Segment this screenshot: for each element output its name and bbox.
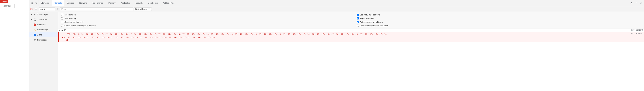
close-icon[interactable]: ✕: [639, 1, 642, 5]
group-similar-label[interactable]: Group similar messages in console: [64, 24, 96, 27]
user-icon: ◯: [34, 18, 36, 21]
log-xmlhttp-row: Log XMLHttpRequests: [356, 13, 641, 16]
autocomplete-label[interactable]: Autocomplete from history: [360, 21, 383, 23]
row-link-empty[interactable]: raf.html:46: [631, 29, 643, 31]
evaluate-triggers-checkbox[interactable]: [356, 24, 359, 27]
tab-console[interactable]: Console: [52, 0, 64, 6]
verbose-icon: ⚙: [34, 38, 36, 41]
hide-network-checkbox[interactable]: [61, 14, 64, 16]
info-icon: i: [34, 34, 36, 36]
autocomplete-checkbox[interactable]: [356, 21, 359, 23]
no-verbose-label: No verbose: [37, 39, 47, 41]
eager-eval-label[interactable]: Eager evaluation: [360, 17, 375, 20]
sidebar-info[interactable]: ► i 2 info: [29, 32, 58, 37]
inspect-icon[interactable]: ▦: [31, 2, 34, 4]
eager-eval-checkbox[interactable]: [356, 17, 359, 20]
filter-input[interactable]: [62, 8, 132, 10]
preserve-log-label[interactable]: Preserve log: [64, 17, 76, 20]
clear-icon[interactable]: 🚫: [30, 7, 34, 11]
tab-lighthouse[interactable]: Lighthouse: [145, 0, 160, 6]
row-text-empty: ▶ []: [62, 29, 631, 32]
log-xmlhttp-checkbox[interactable]: [356, 14, 359, 16]
tab-security[interactable]: Security: [133, 0, 145, 6]
settings-panel: Hide network Log XMLHttpRequests Preserv…: [58, 12, 644, 29]
hide-network-row: Hide network: [61, 13, 346, 16]
selected-context-checkbox[interactable]: [61, 21, 64, 23]
no-warnings-label: No warnings: [37, 28, 48, 31]
row-text-data: (99) [1, 4, 19, 16, 17, 16, 17, 17, 16, …: [62, 33, 631, 42]
user-messages-label: 2 user mes...: [37, 18, 49, 20]
context-selector[interactable]: top ▼: [38, 8, 55, 11]
filter-icon[interactable]: ☰: [34, 7, 38, 11]
sidebar-user-messages[interactable]: ► ◯ 2 user mes...: [29, 17, 58, 22]
sidebar-messages[interactable]: ► ≡ 2 messages: [29, 12, 58, 17]
expand-arrow-user: ►: [30, 18, 32, 20]
tab-performance[interactable]: Performance: [89, 0, 106, 6]
default-levels-dropdown[interactable]: Default levels ▼: [134, 8, 152, 11]
eager-eval-row: Eager evaluation: [356, 17, 641, 20]
expand-empty[interactable]: ►: [59, 29, 62, 31]
row-link-data[interactable]: raf.html:37: [631, 33, 643, 35]
expand-arrow: ►: [30, 14, 32, 15]
console-output: ► ▶ [] raf.html:46 (99) [1, 4, 19, 16, 1…: [58, 29, 644, 91]
console-toolbar: 🚫 ☰ top ▼ 👁 Default levels ▼: [29, 6, 644, 12]
context-label: top: [40, 8, 42, 10]
device-icon[interactable]: ◻: [34, 2, 37, 4]
selected-context-row: Selected context only: [61, 20, 346, 24]
sidebar-no-verbose[interactable]: ⚙ No verbose: [29, 37, 58, 42]
console-content: Hide network Log XMLHttpRequests Preserv…: [58, 12, 644, 91]
console-row-array-empty: ► ▶ [] raf.html:46: [58, 29, 644, 32]
tab-bar-right: ⚙ ⋮ ✕: [630, 1, 644, 5]
main-area: ► ≡ 2 messages ► ◯ 2 user mes... ✕ No er…: [29, 12, 644, 91]
log-xmlhttp-label[interactable]: Log XMLHttpRequests: [360, 14, 380, 16]
evaluate-triggers-row: Evaluate triggers user activation: [356, 24, 641, 27]
sidebar: ► ≡ 2 messages ► ◯ 2 user mes... ✕ No er…: [29, 12, 58, 91]
default-levels-arrow: ▼: [148, 8, 150, 10]
tab-application[interactable]: Application: [118, 0, 133, 6]
more-icon[interactable]: ⋮: [634, 1, 638, 5]
autocomplete-row: Autocomplete from history: [356, 20, 641, 24]
expand-arrow-info: ►: [30, 34, 32, 36]
settings-icon[interactable]: ⚙: [630, 1, 634, 5]
evaluate-triggers-label[interactable]: Evaluate triggers user activation: [360, 24, 388, 27]
hide-network-label[interactable]: Hide network: [64, 14, 76, 16]
preserve-log-row: Preserve log: [61, 17, 346, 20]
sidebar-no-errors[interactable]: ✕ No errors: [29, 22, 58, 27]
sidebar-no-warnings[interactable]: △ No warnings: [29, 27, 58, 32]
context-dropdown-icon: ▼: [43, 8, 45, 10]
selected-context-label[interactable]: Selected context only: [64, 21, 84, 23]
group-similar-row: Group similar messages in console: [61, 24, 346, 27]
tab-memory[interactable]: Memory: [106, 0, 118, 6]
messages-icon: ≡: [34, 13, 36, 16]
console-row-array-data: (99) [1, 4, 19, 16, 17, 16, 17, 17, 16, …: [58, 32, 644, 42]
percent-badge: 100%: [0, 0, 8, 3]
tab-bar-icons: ▦ ◻: [30, 0, 38, 6]
error-icon: ✕: [34, 23, 36, 26]
start-button[interactable]: 开始动画: [0, 4, 14, 8]
default-levels-label: Default levels: [135, 8, 147, 10]
info-label: 2 info: [37, 34, 42, 36]
tab-adblock[interactable]: Adblock Plus: [160, 0, 177, 6]
tab-sources[interactable]: Sources: [64, 0, 77, 6]
warn-icon: △: [34, 28, 36, 31]
tab-elements[interactable]: Elements: [38, 0, 52, 6]
messages-label: 2 messages: [37, 13, 48, 16]
no-errors-label: No errors: [37, 24, 46, 26]
tab-bar: ▦ ◻ Elements Console Sources Network Per…: [29, 0, 644, 6]
tab-network[interactable]: Network: [77, 0, 89, 6]
eye-icon[interactable]: 👁: [56, 7, 59, 11]
group-similar-checkbox[interactable]: [61, 24, 64, 27]
filter-input-wrapper[interactable]: [60, 8, 133, 11]
preserve-log-checkbox[interactable]: [61, 17, 64, 20]
